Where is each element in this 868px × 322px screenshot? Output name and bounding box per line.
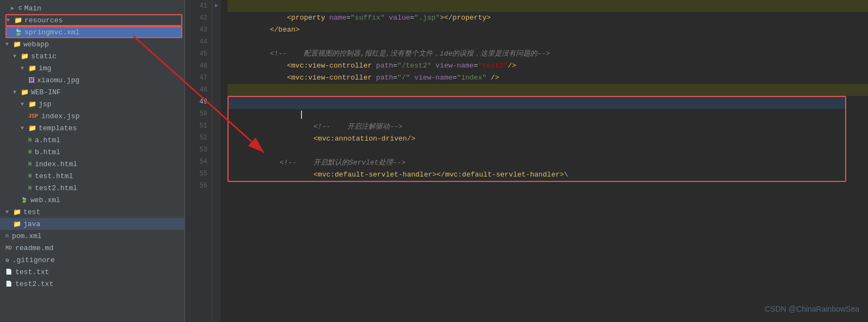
code-editor: 41 42 43 44 45 46 47 48 49 50 51 52 53 5… xyxy=(185,0,868,322)
md-icon: MD xyxy=(5,245,12,251)
tree-item-img[interactable]: ▼ 📁 img xyxy=(0,62,184,74)
tree-item-webinf[interactable]: ▼ 📁 WEB-INF xyxy=(0,86,184,98)
tree-label-img: img xyxy=(39,64,51,72)
line-num-43: 43 xyxy=(185,24,207,36)
line-num-47: 47 xyxy=(185,72,207,84)
tree-item-webxml[interactable]: 🍃 web.xml xyxy=(0,194,184,206)
line-num-48: 48 xyxy=(185,84,207,96)
red-highlight-box: <!-- 开启注解驱动--> <mvc:annotation-driven/> … xyxy=(227,96,846,182)
tree-label-resources: resources xyxy=(24,16,63,25)
folder-icon-test: 📁 xyxy=(13,208,21,216)
line-num-53: 53 xyxy=(185,144,207,156)
tree-item-gitignore[interactable]: ⚙ .gitignore xyxy=(0,254,184,266)
gutter-48: ▶ xyxy=(212,0,221,12)
tree-item-templates[interactable]: ▼ 📁 templates xyxy=(0,122,184,134)
folder-icon-webapp: 📁 xyxy=(13,40,21,48)
tree-label-springmvc: springmvc.xml xyxy=(24,28,79,37)
tree-item-readmemd[interactable]: MD readme.md xyxy=(0,242,184,254)
html-icon-test2html: H xyxy=(28,185,32,191)
file-tree[interactable]: ▶ C Main ▼ 📁 resources 🍃 springmvc.xml ▼… xyxy=(0,0,185,322)
tree-item-bhtml[interactable]: H b.html xyxy=(0,146,184,158)
folder-icon-static: 📁 xyxy=(21,52,29,60)
tree-item-indexjsp[interactable]: JSP index.jsp xyxy=(0,110,184,122)
folder-icon-java: 📁 xyxy=(13,220,21,228)
tree-label-pomxml: pom.xml xyxy=(12,232,42,240)
tree-label-jsp: jsp xyxy=(39,100,51,108)
code-line-56 xyxy=(227,182,868,194)
line-num-42: 42 xyxy=(185,12,207,24)
tree-item-xiaomu[interactable]: 🖼 xiaomu.jpg xyxy=(0,74,184,86)
editor-gutter: ▶ xyxy=(212,0,221,322)
tree-arrow-templates: ▼ xyxy=(21,125,28,131)
code-line-49 xyxy=(229,97,845,109)
tree-label-test2html: test2.html xyxy=(35,184,77,192)
pom-icon: m xyxy=(5,233,9,239)
folder-icon-img: 📁 xyxy=(28,64,36,72)
tree-label-readmemd: readme.md xyxy=(15,244,53,252)
tree-label-webinf: WEB-INF xyxy=(31,88,61,96)
tree-item-test[interactable]: ▼ 📁 test xyxy=(0,206,184,218)
tree-label-webapp: webapp xyxy=(23,40,49,48)
git-icon: ⚙ xyxy=(5,257,9,264)
line-num-56: 56 xyxy=(185,180,207,192)
line-num-51: 51 xyxy=(185,120,207,132)
tree-label-gitignore: .gitignore xyxy=(13,256,55,264)
tree-item-java[interactable]: 📁 java xyxy=(0,218,184,230)
tree-item-testtxt[interactable]: 📄 test.txt xyxy=(0,266,184,278)
tree-label-indexhtml: index.html xyxy=(35,160,77,168)
folder-icon-webinf: 📁 xyxy=(21,88,29,96)
line-num-41: 41 xyxy=(185,0,207,12)
tree-label-indexjsp: index.jsp xyxy=(41,112,79,120)
tree-item-indexhtml[interactable]: H index.html xyxy=(0,158,184,170)
tree-item-jsp[interactable]: ▼ 📁 jsp xyxy=(0,98,184,110)
tree-item-static[interactable]: ▼ 📁 static xyxy=(0,50,184,62)
line-num-55: 55 xyxy=(185,168,207,180)
class-icon: C xyxy=(19,5,22,11)
code-line-41: <property name="suffix" value=".jsp"></p… xyxy=(227,0,868,12)
tree-label-testtxt: test.txt xyxy=(15,268,49,276)
line-num-54: 54 xyxy=(185,156,207,168)
tree-label-webxml: web.xml xyxy=(30,196,60,204)
line-num-52: 52 xyxy=(185,132,207,144)
html-icon-bhtml: H xyxy=(28,149,32,155)
txt-icon-test: 📄 xyxy=(5,269,12,275)
folder-icon-templates: 📁 xyxy=(28,124,36,132)
tree-arrow-main: ▶ xyxy=(11,5,19,11)
tree-item-main[interactable]: ▶ C Main xyxy=(0,2,184,14)
code-line-44: <!-- 配置视图的控制器,报红是,没有整个文件，ide的误报，这里是没有问题的… xyxy=(227,36,868,48)
tree-arrow-img: ▼ xyxy=(21,65,28,71)
tree-arrow-static: ▼ xyxy=(13,53,21,59)
line-num-50: 50 xyxy=(185,108,207,120)
tree-label-ahtml: a.html xyxy=(35,136,60,144)
tree-item-ahtml[interactable]: H a.html xyxy=(0,134,184,146)
tree-label-testhtml: test.html xyxy=(35,172,73,180)
code-line-53: <!-- 开启默认的Servlet处理--> xyxy=(229,145,845,157)
line-num-44: 44 xyxy=(185,36,207,48)
code-content[interactable]: <property name="suffix" value=".jsp"></p… xyxy=(221,0,868,322)
tree-arrow-webinf: ▼ xyxy=(13,89,21,95)
tree-arrow-jsp: ▼ xyxy=(21,101,28,107)
txt-icon-test2: 📄 xyxy=(5,281,12,287)
xml-icon-webxml: 🍃 xyxy=(21,197,27,203)
tree-item-springmvc[interactable]: 🍃 springmvc.xml xyxy=(5,26,182,38)
tree-label-java: java xyxy=(23,220,40,228)
code-line-50: <!-- 开启注解驱动--> xyxy=(229,109,845,121)
tree-item-test2txt[interactable]: 📄 test2.txt xyxy=(0,278,184,290)
line-num-49: 49 xyxy=(185,96,207,108)
tree-item-testhtml[interactable]: H test.html xyxy=(0,170,184,182)
tree-item-pomxml[interactable]: m pom.xml xyxy=(0,230,184,242)
folder-icon-jsp: 📁 xyxy=(28,100,36,108)
tree-label-templates: templates xyxy=(39,124,77,132)
tree-arrow-test: ▼ xyxy=(5,209,13,215)
tree-arrow-webapp: ▼ xyxy=(5,41,13,47)
tree-label-xiaomu: xiaomu.jpg xyxy=(37,76,79,84)
xml-icon-springmvc: 🍃 xyxy=(14,28,22,37)
tree-item-resources[interactable]: ▼ 📁 resources xyxy=(5,14,182,26)
html-icon-testhtml: H xyxy=(28,173,32,179)
tree-item-test2html[interactable]: H test2.html xyxy=(0,182,184,194)
tree-item-webapp[interactable]: ▼ 📁 webapp xyxy=(0,38,184,50)
html-icon-indexhtml: H xyxy=(28,161,32,167)
code-line-43 xyxy=(227,24,868,36)
tree-arrow-resources: ▼ xyxy=(7,17,14,23)
jpg-icon-xiaomu: 🖼 xyxy=(28,76,35,84)
